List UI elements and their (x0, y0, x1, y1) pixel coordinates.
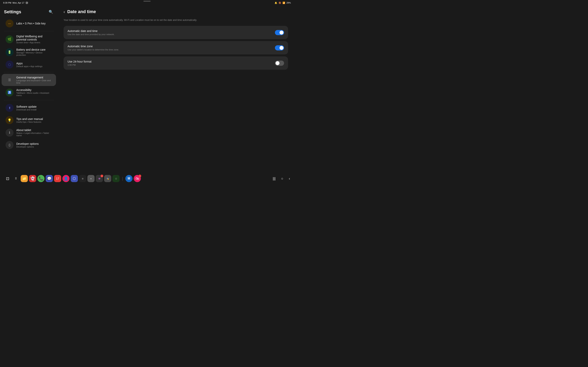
sidebar-item-text-developer: Developer options Developer options (16, 142, 52, 148)
sidebar-item-title-wellbeing: Digital Wellbeing and parental controls (16, 35, 52, 41)
time: 8:39 PM (3, 2, 11, 4)
setting-24hour-format[interactable]: Use 24-hour format 1:00 PM (64, 56, 288, 70)
sidebar-header: Settings 🔍 (0, 8, 58, 17)
sidebar-item-software-update[interactable]: ⬆ Software update Download and install (2, 102, 56, 114)
setting-24hour-title: Use 24-hour format (67, 60, 92, 63)
main-container: Settings 🔍 — Labs • S Pen • Side key 🌿 D… (0, 6, 294, 174)
wifi-icon: 📶 (283, 2, 285, 4)
status-bar-right: 🔔 🔕 📶 29% (275, 2, 291, 4)
app-icon-3[interactable]: ● (87, 175, 94, 182)
accessibility-icon: ♿ (6, 89, 14, 97)
setting-auto-timezone[interactable]: Automatic time zone Use your tablet's lo… (64, 41, 288, 54)
info-text: Your location is used to set your time z… (64, 18, 288, 22)
back-nav-button[interactable]: ‹ (289, 176, 290, 181)
toggle-thumb-auto-date (279, 31, 284, 34)
apps-icon: ⬡ (6, 61, 14, 68)
sidebar-item-title-accessibility: Accessibility (16, 88, 52, 92)
messages-app[interactable]: 💬 (46, 175, 53, 182)
nav-bar: ⊡ ⠿ 📁 👻 📞 💬 17 👤 ⬡ ⊞ ● 👾 2 🎭 ⬡ (0, 174, 294, 184)
sidebar-item-sub-accessibility: TalkBack • Mono audio • Assistant menu (16, 92, 52, 97)
battery-icon: 🔋 (6, 48, 14, 56)
developer-icon: {} (6, 141, 14, 149)
calendar-app[interactable]: 17 (54, 175, 61, 182)
app-icon-5[interactable]: 🎭 (104, 175, 111, 182)
alarm-icon: 🔔 (275, 2, 277, 4)
app-icon-6[interactable]: ⬡ (112, 175, 120, 182)
sidebar-item-sub-about: Status • Legal information • Tablet name (16, 132, 52, 137)
battery-text: 29% (286, 2, 291, 4)
sidebar-item-text-tips: Tips and user manual Useful tips • New f… (16, 117, 52, 123)
setting-24hour-text: Use 24-hour format 1:00 PM (67, 60, 92, 66)
content-header: ‹ Date and time (64, 8, 288, 18)
sidebar-item-sub-apps: Default apps • App settings (16, 65, 52, 67)
toggle-thumb-auto-tz (279, 46, 284, 50)
phone-app[interactable]: 📞 (37, 175, 44, 182)
snap-app[interactable]: 👻 (29, 175, 36, 182)
setting-auto-timezone-subtitle: Use your tablet's location to determine … (67, 49, 119, 51)
setting-auto-date-time-subtitle: Use the date and time provided by your n… (67, 33, 115, 35)
samsung-app-1[interactable]: ⬡ (71, 175, 78, 182)
sidebar-item-sub-software: Download and install (16, 108, 52, 111)
sidebar-item-digital-wellbeing[interactable]: 🌿 Digital Wellbeing and parental control… (2, 33, 56, 46)
files-app[interactable]: 📁 (21, 175, 28, 182)
setting-auto-timezone-title: Automatic time zone (67, 45, 119, 48)
setting-auto-date-time[interactable]: Automatic date and time Use the date and… (64, 26, 288, 39)
about-icon: ℹ (6, 129, 14, 137)
advanced-icon: — (6, 19, 14, 27)
search-icon[interactable]: 🔍 (48, 9, 54, 15)
sidebar-item-title-software: Software update (16, 105, 52, 108)
sidebar-item-sub-wellbeing: Screen time • App timers (16, 41, 52, 44)
contacts-app[interactable]: 👤 (62, 175, 69, 182)
sidebar-item-title-about: About tablet (16, 128, 52, 132)
m-app[interactable]: M (125, 175, 133, 182)
mute-icon: 🔕 (278, 2, 281, 4)
auto-date-time-toggle[interactable] (275, 30, 284, 35)
sidebar-title: Settings (4, 9, 21, 15)
toggle-thumb-24h (276, 61, 279, 65)
divider-2 (4, 72, 54, 72)
divider-3 (4, 100, 54, 100)
status-bar: 8:39 PM Mon, Apr 17 19 🔔 🔕 📶 29% (0, 0, 294, 6)
sidebar-item-general-management[interactable]: ☰ General management Language and keyboa… (2, 74, 56, 86)
nav-divider: | (122, 176, 123, 181)
shop-app[interactable]: 🛍 1 (134, 175, 141, 182)
setting-auto-timezone-text: Automatic time zone Use your tablet's lo… (67, 45, 119, 51)
auto-timezone-toggle[interactable] (275, 45, 284, 50)
sidebar-item-tips[interactable]: 💡 Tips and user manual Useful tips • New… (2, 114, 56, 126)
general-management-icon: ☰ (6, 76, 14, 84)
sidebar-item-title-apps: Apps (16, 62, 52, 65)
setting-auto-date-time-title: Automatic date and time (67, 29, 115, 33)
app-icon-2[interactable]: ⊞ (79, 175, 86, 182)
sidebar-item-text-about: About tablet Status • Legal information … (16, 128, 52, 137)
sidebar-item-apps[interactable]: ⬡ Apps Default apps • App settings (2, 58, 56, 70)
sidebar-item-title-partial: Labs • S Pen • Side key (16, 22, 52, 25)
software-update-icon: ⬆ (6, 104, 14, 112)
content-area: ‹ Date and time Your location is used to… (58, 6, 294, 174)
date: Mon, Apr 17 (13, 2, 24, 4)
sidebar-item-sub-battery: Storage • Memory • Device protection (16, 51, 52, 56)
sidebar-item-title-tips: Tips and user manual (16, 117, 52, 121)
sidebar-item-text-apps: Apps Default apps • App settings (16, 62, 52, 67)
content-title: Date and time (67, 9, 96, 14)
recents-button[interactable]: ||| (273, 176, 276, 181)
recent-apps-button[interactable]: ⊡ (4, 175, 11, 182)
app-icon-4-badge[interactable]: 👾 2 (96, 175, 103, 182)
sidebar-item-battery[interactable]: 🔋 Battery and device care Storage • Memo… (2, 46, 56, 58)
apps-grid-button[interactable]: ⠿ (12, 175, 19, 182)
notification-badge: 19 (25, 1, 28, 4)
sidebar-item-advanced-partial[interactable]: — Labs • S Pen • Side key (2, 17, 56, 29)
sidebar-item-text-accessibility: Accessibility TalkBack • Mono audio • As… (16, 88, 52, 97)
sidebar-item-accessibility[interactable]: ♿ Accessibility TalkBack • Mono audio • … (2, 86, 56, 99)
sidebar-item-title-battery: Battery and device care (16, 48, 52, 51)
home-button[interactable]: ○ (281, 176, 283, 181)
status-bar-left: 8:39 PM Mon, Apr 17 19 (3, 1, 28, 4)
nav-controls: ||| ○ ‹ (273, 176, 290, 181)
sidebar-item-about[interactable]: ℹ About tablet Status • Legal informatio… (2, 126, 56, 139)
24hour-toggle[interactable] (275, 61, 284, 66)
sidebar-item-text-partial: Labs • S Pen • Side key (16, 22, 52, 25)
sidebar-item-title-general: General management (16, 76, 52, 79)
sidebar-item-text-wellbeing: Digital Wellbeing and parental controls … (16, 35, 52, 44)
sidebar-item-developer[interactable]: {} Developer options Developer options (2, 139, 56, 151)
back-button[interactable]: ‹ (64, 9, 65, 14)
sidebar-item-text-battery: Battery and device care Storage • Memory… (16, 48, 52, 56)
